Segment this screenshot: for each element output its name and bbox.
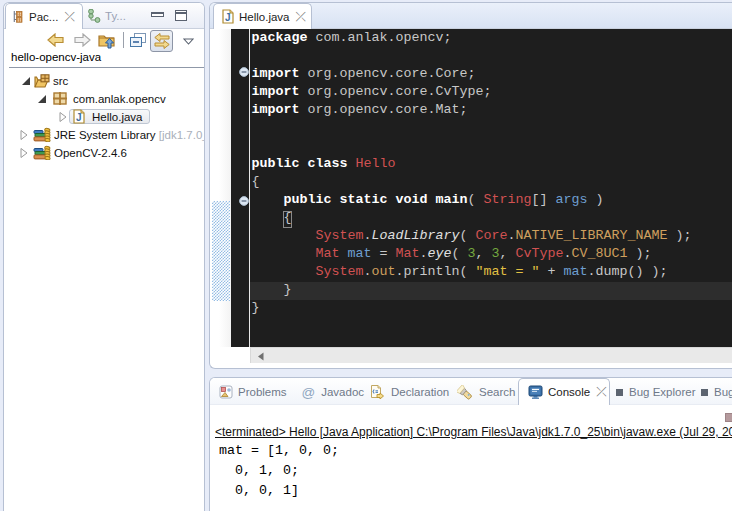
svg-text:J: J (225, 12, 231, 23)
svg-text:J: J (76, 112, 82, 123)
